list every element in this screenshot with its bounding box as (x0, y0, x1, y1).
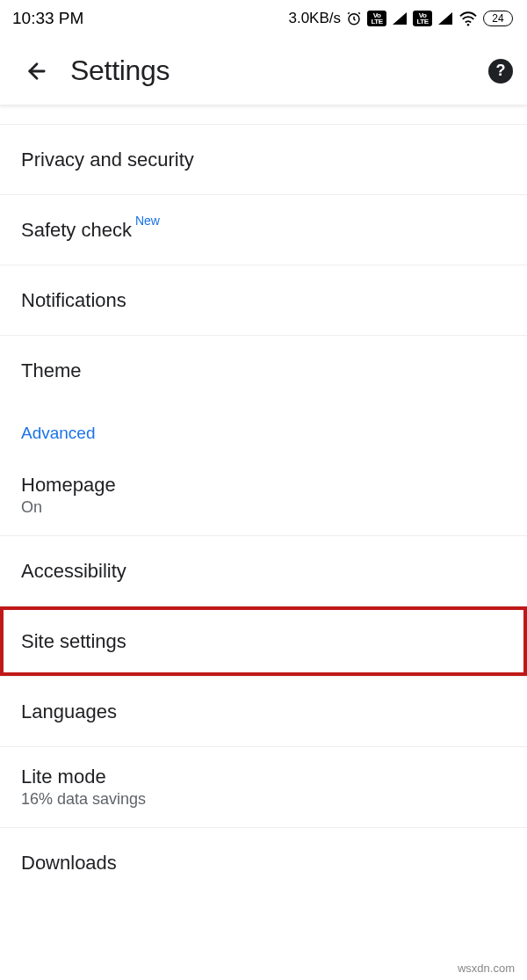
item-label: Notifications (21, 289, 506, 312)
item-sublabel: 16% data savings (21, 790, 506, 809)
status-time: 10:33 PM (12, 9, 83, 28)
help-icon: ? (496, 62, 506, 80)
volte-icon-2: VoLTE (413, 11, 432, 26)
item-label: Lite mode (21, 766, 506, 788)
settings-item-downloads[interactable]: Downloads (0, 828, 527, 898)
svg-point-1 (467, 24, 470, 26)
settings-item-lite-mode[interactable]: Lite mode 16% data savings (0, 747, 527, 828)
watermark: wsxdn.com (454, 962, 518, 975)
item-label: Languages (21, 701, 506, 723)
settings-item-homepage[interactable]: Homepage On (0, 455, 527, 536)
arrow-left-icon (25, 59, 49, 83)
signal-icon-2 (437, 12, 453, 25)
help-button[interactable]: ? (488, 59, 513, 83)
network-speed: 3.0KB/s (288, 10, 341, 27)
settings-item-languages[interactable]: Languages (0, 677, 527, 747)
battery-icon: 24 (483, 11, 513, 26)
section-header-advanced: Advanced (0, 406, 527, 455)
status-right: 3.0KB/s VoLTE VoLTE 24 (288, 10, 513, 27)
item-sublabel: On (21, 498, 506, 517)
item-label: Homepage (21, 474, 506, 497)
settings-item-site-settings[interactable]: Site settings (0, 606, 527, 677)
item-label: Site settings (21, 630, 506, 653)
new-badge: New (135, 214, 160, 228)
settings-item-accessibility[interactable]: Accessibility (0, 536, 527, 606)
item-label: Privacy and security (21, 149, 506, 171)
alarm-icon (346, 11, 362, 26)
settings-list: Privacy and security Safety checkNew Not… (0, 105, 527, 898)
settings-item-safety-check[interactable]: Safety checkNew (0, 195, 527, 265)
settings-item-privacy[interactable]: Privacy and security (0, 125, 527, 195)
signal-icon-1 (392, 12, 408, 25)
settings-item-notifications[interactable]: Notifications (0, 265, 527, 336)
item-label: Downloads (21, 852, 506, 875)
back-button[interactable] (18, 52, 56, 91)
app-header: Settings ? (0, 37, 527, 105)
item-label: Accessibility (21, 560, 506, 583)
list-top-gap (0, 105, 527, 125)
item-label: Safety checkNew (21, 219, 506, 242)
page-title: Settings (70, 54, 170, 87)
item-label: Theme (21, 359, 506, 382)
volte-icon-1: VoLTE (367, 11, 386, 26)
wifi-icon (458, 11, 478, 26)
settings-item-theme[interactable]: Theme (0, 336, 527, 406)
status-bar: 10:33 PM 3.0KB/s VoLTE VoLTE 24 (0, 0, 527, 37)
